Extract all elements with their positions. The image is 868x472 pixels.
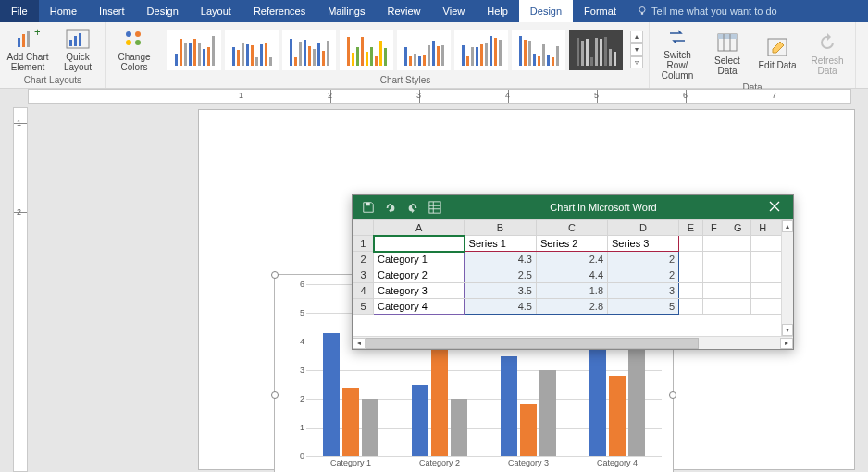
scroll-down-button[interactable]: ▾ xyxy=(782,324,793,336)
cell[interactable] xyxy=(750,236,775,252)
cell[interactable] xyxy=(725,236,750,252)
menu-tab-references[interactable]: References xyxy=(242,0,316,22)
cell[interactable] xyxy=(679,283,703,299)
menu-tab-file[interactable]: File xyxy=(0,0,39,22)
chart-style-thumb[interactable] xyxy=(512,30,565,70)
data-sheet[interactable]: ABCDEFGHI1Series 1Series 2Series 32Categ… xyxy=(353,219,793,336)
cell[interactable]: Category 4 xyxy=(374,299,465,315)
menu-tab-review[interactable]: Review xyxy=(377,0,432,22)
chart-bar[interactable] xyxy=(451,399,467,456)
col-head[interactable]: A xyxy=(374,220,465,236)
vertical-ruler[interactable]: 12 xyxy=(13,107,28,472)
menu-tab-design[interactable]: Design xyxy=(136,0,190,22)
col-head[interactable]: B xyxy=(465,220,537,236)
cell[interactable] xyxy=(702,267,725,283)
chart-bar[interactable] xyxy=(539,370,556,456)
gallery-up-button[interactable]: ▴ xyxy=(630,31,643,43)
menu-tab-home[interactable]: Home xyxy=(39,0,88,22)
cell[interactable]: 1.8 xyxy=(536,283,607,299)
row-head[interactable]: 4 xyxy=(353,283,374,299)
cell[interactable]: Series 1 xyxy=(465,236,537,252)
cell[interactable] xyxy=(679,252,703,267)
chart-bar[interactable] xyxy=(520,404,537,456)
chart-bar[interactable] xyxy=(362,399,378,456)
cell[interactable]: 4.3 xyxy=(465,252,537,267)
row-head[interactable]: 2 xyxy=(353,252,374,267)
col-head[interactable]: H xyxy=(750,220,775,236)
edit-data-button[interactable]: Edit Data xyxy=(755,36,800,70)
data-vscroll[interactable]: ▴ ▾ xyxy=(781,220,793,336)
row-head[interactable]: 3 xyxy=(353,267,374,283)
quick-layout-button[interactable]: Quick Layout xyxy=(56,28,100,72)
cell[interactable] xyxy=(679,267,703,283)
chart-style-thumb[interactable] xyxy=(282,30,336,70)
cell[interactable]: 2 xyxy=(608,252,679,267)
switch-row-column-button[interactable]: Switch Row/ Column xyxy=(655,26,700,81)
gallery-more-button[interactable]: ▿ xyxy=(630,56,643,68)
chart-bar[interactable] xyxy=(412,385,428,457)
cell[interactable] xyxy=(725,252,750,267)
cell[interactable]: 4.4 xyxy=(536,267,607,283)
sheet-corner[interactable] xyxy=(353,220,374,236)
save-icon[interactable] xyxy=(362,201,375,214)
select-data-button[interactable]: Select Data xyxy=(705,31,750,76)
chart-bar[interactable] xyxy=(342,388,359,456)
cell[interactable] xyxy=(725,299,750,315)
chart-bar[interactable] xyxy=(609,376,626,456)
hscroll-thumb[interactable] xyxy=(366,338,699,349)
scroll-up-button[interactable]: ▴ xyxy=(782,220,793,232)
cell[interactable]: 3 xyxy=(608,283,679,299)
col-head[interactable]: D xyxy=(608,220,679,236)
redo-icon[interactable] xyxy=(406,201,419,214)
col-head[interactable]: E xyxy=(679,220,703,236)
chart-style-thumb[interactable] xyxy=(569,30,623,70)
row-head[interactable]: 1 xyxy=(353,236,374,252)
horizontal-ruler[interactable]: 1234567 xyxy=(28,89,851,104)
cell[interactable]: Category 3 xyxy=(374,283,465,299)
change-colors-button[interactable]: Change Colors xyxy=(112,28,156,72)
tell-me-search[interactable]: Tell me what you want to do xyxy=(637,0,777,22)
cell[interactable]: 2.4 xyxy=(536,252,607,267)
chart-data-window[interactable]: Chart in Microsoft Word ABCDEFGHI1Series… xyxy=(352,194,794,350)
scroll-right-button[interactable]: ▸ xyxy=(780,338,793,349)
cell[interactable]: Category 1 xyxy=(374,252,465,267)
resize-handle[interactable] xyxy=(271,391,279,399)
cell[interactable]: 5 xyxy=(608,299,679,315)
cell[interactable]: 4.5 xyxy=(465,299,537,315)
refresh-data-button[interactable]: Refresh Data xyxy=(805,31,849,76)
undo-icon[interactable] xyxy=(384,201,397,214)
cell[interactable] xyxy=(702,283,725,299)
cell[interactable]: Series 2 xyxy=(536,236,607,252)
cell[interactable] xyxy=(725,267,750,283)
chart-bar[interactable] xyxy=(501,356,517,457)
add-chart-element-button[interactable]: + Add Chart Element xyxy=(6,28,50,72)
cell[interactable] xyxy=(750,299,775,315)
change-chart-type-button[interactable]: Change Chart Type xyxy=(862,26,868,81)
cell[interactable] xyxy=(750,267,775,283)
chart-style-thumb[interactable] xyxy=(397,30,451,70)
cell[interactable]: 2.5 xyxy=(465,267,537,283)
cell[interactable] xyxy=(679,299,703,315)
menu-tab-help[interactable]: Help xyxy=(476,0,519,22)
resize-handle[interactable] xyxy=(271,271,279,279)
chart-bar[interactable] xyxy=(323,333,340,456)
col-head[interactable]: F xyxy=(702,220,725,236)
gallery-down-button[interactable]: ▾ xyxy=(630,43,643,56)
cell[interactable]: Series 3 xyxy=(608,236,679,252)
grid-icon[interactable] xyxy=(428,201,441,214)
cell[interactable] xyxy=(679,236,703,252)
cell[interactable] xyxy=(702,299,725,315)
row-head[interactable]: 5 xyxy=(353,299,374,315)
cell[interactable]: Category 2 xyxy=(374,267,465,283)
cell[interactable] xyxy=(725,283,750,299)
menu-tab-view[interactable]: View xyxy=(432,0,477,22)
resize-handle[interactable] xyxy=(669,391,676,399)
chart-style-thumb[interactable] xyxy=(340,30,393,70)
cell[interactable]: 3.5 xyxy=(465,283,537,299)
cell[interactable] xyxy=(750,252,775,267)
col-head[interactable]: G xyxy=(725,220,750,236)
cell[interactable]: 2.8 xyxy=(536,299,607,315)
menu-tab-format[interactable]: Format xyxy=(573,0,627,22)
menu-tab-insert[interactable]: Insert xyxy=(88,0,136,22)
cell[interactable] xyxy=(374,236,465,252)
